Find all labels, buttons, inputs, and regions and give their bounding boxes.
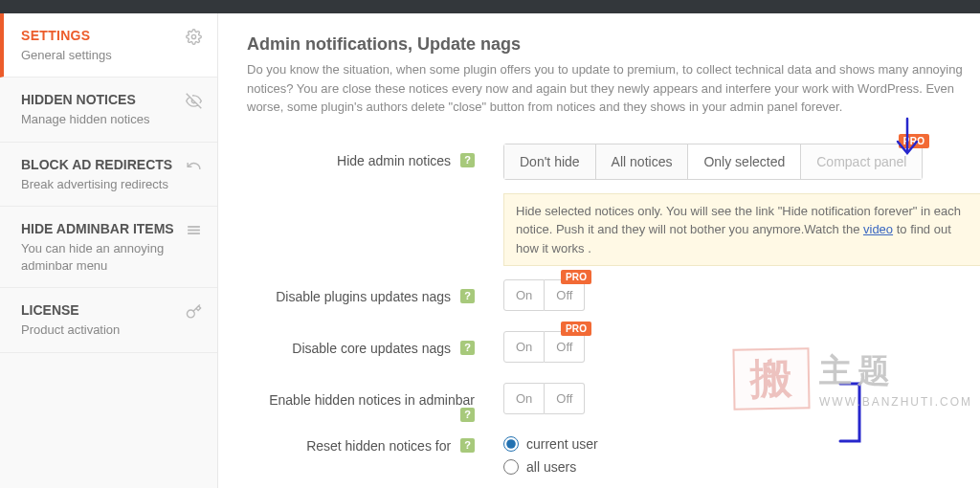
radio-all-users[interactable]: all users (503, 459, 613, 475)
eye-off-icon (186, 93, 202, 113)
sidebar-item-subtitle: Manage hidden notices (21, 111, 149, 128)
gear-icon (186, 29, 202, 49)
toggle-off[interactable]: Off PRO (545, 279, 585, 311)
option-all-notices[interactable]: All notices (596, 144, 689, 179)
sidebar-item-settings[interactable]: SETTINGS General settings (0, 13, 217, 78)
settings-sidebar: SETTINGS General settings HIDDEN NOTICES… (0, 13, 218, 488)
hide-notices-segmented: Don't hide All notices Only selected Com… (503, 144, 923, 180)
sidebar-item-title: BLOCK AD REDIRECTS (21, 156, 172, 174)
page-title: Admin notifications, Update nags (247, 34, 980, 55)
option-compact-panel[interactable]: Compact panel PRO (801, 144, 922, 179)
page-intro: Do you know the situation, when some plu… (247, 60, 980, 117)
help-icon[interactable]: ? (460, 341, 475, 355)
sidebar-item-subtitle: General settings (21, 47, 112, 64)
toggle-off[interactable]: Off (545, 383, 585, 414)
sidebar-item-license[interactable]: LICENSE Product activation (0, 288, 217, 352)
option-only-selected[interactable]: Only selected (688, 144, 801, 179)
toggle-disable-core: On Off PRO (503, 331, 585, 363)
sidebar-item-title: SETTINGS (21, 27, 112, 45)
pro-badge: PRO (899, 134, 930, 148)
svg-point-0 (191, 34, 195, 38)
radio-all-users-input[interactable] (503, 459, 519, 475)
sidebar-item-hide-adminbar[interactable]: HIDE ADMINBAR ITEMS You can hide an anno… (0, 207, 217, 288)
radio-current-user-input[interactable] (503, 436, 519, 452)
row-enable-hidden-notices: Enable hidden notices in adminbar ? On O… (247, 383, 980, 423)
option-compact-panel-label: Compact panel (816, 154, 906, 169)
toggle-disable-plugins: On Off PRO (503, 279, 585, 311)
field-label: Reset hidden notices for (306, 438, 451, 454)
reset-radio-group: current user all users (503, 436, 613, 475)
field-label: Disable plugins updates nags (276, 289, 451, 304)
help-icon[interactable]: ? (460, 289, 475, 303)
help-icon[interactable]: ? (460, 153, 475, 167)
sidebar-item-subtitle: Product activation (21, 322, 120, 339)
toggle-off[interactable]: Off PRO (545, 331, 585, 363)
list-icon (186, 222, 202, 242)
window-topbar (0, 0, 980, 13)
sidebar-item-hidden-notices[interactable]: HIDDEN NOTICES Manage hidden notices (0, 78, 217, 142)
hint-box: Hide selected notices only. You will see… (503, 193, 980, 267)
sidebar-item-title: LICENSE (21, 301, 120, 320)
sidebar-item-title: HIDDEN NOTICES (21, 91, 149, 109)
undo-icon (186, 158, 202, 178)
toggle-off-label: Off (556, 288, 572, 302)
pro-badge: PRO (561, 322, 592, 336)
row-reset-hidden-notices: Reset hidden notices for ? current user … (247, 436, 980, 488)
field-label: Enable hidden notices in adminbar (269, 392, 475, 408)
app-shell: SETTINGS General settings HIDDEN NOTICES… (0, 0, 980, 488)
radio-all-users-label: all users (526, 459, 576, 475)
radio-current-user[interactable]: current user (503, 436, 613, 452)
pro-badge: PRO (561, 270, 592, 284)
toggle-on[interactable]: On (503, 279, 545, 311)
toggle-enable-hidden: On Off (503, 383, 585, 414)
key-icon (186, 303, 202, 323)
sidebar-item-title: HIDE ADMINBAR ITEMS (21, 220, 186, 238)
row-disable-core-updates: Disable core updates nags ? On Off PRO (247, 331, 980, 369)
hint-video-link[interactable]: video (863, 222, 893, 236)
sidebar-item-block-ad-redirects[interactable]: BLOCK AD REDIRECTS Break advertising red… (0, 143, 217, 207)
settings-panel: Admin notifications, Update nags Do you … (218, 13, 980, 488)
sidebar-item-subtitle: You can hide an annoying adminbar menu (21, 240, 186, 274)
radio-current-user-label: current user (526, 436, 598, 452)
help-icon[interactable]: ? (460, 408, 475, 422)
help-icon[interactable]: ? (460, 438, 475, 453)
row-hide-admin-notices: Hide admin notices ? Don't hide All noti… (247, 144, 980, 267)
toggle-off-label: Off (556, 340, 572, 354)
row-disable-plugins-updates: Disable plugins updates nags ? On Off PR… (247, 279, 980, 318)
sidebar-item-subtitle: Break advertising redirects (21, 176, 172, 193)
field-label: Disable core updates nags (292, 341, 451, 356)
field-label: Hide admin notices (337, 153, 451, 168)
toggle-on[interactable]: On (503, 331, 545, 363)
option-dont-hide[interactable]: Don't hide (504, 144, 596, 179)
toggle-on[interactable]: On (503, 383, 545, 414)
